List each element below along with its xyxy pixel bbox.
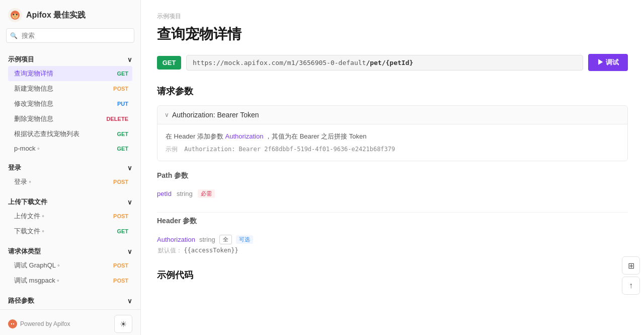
header-param-name: Authorization — [157, 236, 195, 243]
header-param-row: Authorization string 全 可选 默认值： {{accessT… — [157, 231, 628, 259]
auth-link: Authorization — [225, 132, 264, 140]
try-button[interactable]: ▶ 调试 — [588, 54, 628, 71]
grid-button[interactable]: ⊞ — [622, 256, 640, 275]
auth-group-header[interactable]: ∨ Authorization: Bearer Token — [157, 106, 627, 124]
url-prefix: https://mock.apifox.com/m1/3656905-0-def… — [193, 59, 366, 66]
svg-point-5 — [8, 319, 17, 328]
chevron-down-icon: ∨ — [127, 56, 132, 63]
sidebar-item-update-pet[interactable]: 修改宠物信息 PUT — [8, 96, 132, 111]
path-param-row: petId string 必需 — [157, 185, 628, 202]
header-param-type: string — [199, 236, 215, 243]
svg-point-6 — [11, 323, 12, 324]
chevron-down-icon: ∨ — [165, 111, 169, 118]
auth-info-text: 在 Header 添加参数 Authorization ，其值为在 Bearer… — [166, 131, 619, 142]
param-required-badge: 必需 — [198, 189, 215, 198]
app-logo — [8, 8, 22, 22]
section-login: 登录 ∨ 登录 ◦ POST — [0, 157, 140, 191]
example-code-title: 示例代码 — [157, 269, 628, 281]
section-login-header[interactable]: 登录 ∨ — [8, 161, 132, 174]
auth-group-title: Authorization: Bearer Token — [172, 111, 259, 119]
footer-logo-icon — [8, 319, 17, 328]
section-demo-header[interactable]: 示例项目 ∨ — [8, 53, 132, 66]
sun-icon: ☀ — [120, 319, 127, 329]
default-value: {{accessToken}} — [184, 247, 238, 254]
sidebar-item-delete-pet[interactable]: 删除宠物信息 DELETE — [8, 111, 132, 126]
request-params-title: 请求参数 — [157, 85, 628, 97]
up-arrow-icon: ↑ — [629, 281, 633, 290]
search-input[interactable] — [6, 28, 134, 43]
footer-powered-by: Powered by Apifox — [8, 319, 70, 328]
path-params-section: Path 参数 petId string 必需 — [157, 171, 628, 202]
sidebar-item-graphql[interactable]: 调试 GraphQL ◦ POST — [8, 258, 132, 273]
theme-toggle-button[interactable]: ☀ — [114, 315, 132, 333]
svg-point-7 — [13, 323, 14, 324]
section-demo: 示例项目 ∨ 查询宠物详情 GET 新建宠物信息 POST 修改宠物信息 PUT… — [0, 49, 140, 157]
sidebar-item-p-mock[interactable]: p-mock ◦ GET — [8, 142, 132, 155]
header-params-section: Header 参数 Authorization string 全 可选 默认值：… — [157, 217, 628, 259]
svg-point-3 — [13, 14, 15, 16]
path-params-title: Path 参数 — [157, 171, 628, 180]
auth-group-body: 在 Header 添加参数 Authorization ，其值为在 Bearer… — [157, 124, 627, 161]
sidebar-item-upload-file[interactable]: 上传文件 ◦ POST — [8, 209, 132, 224]
chevron-down-icon: ∨ — [127, 248, 132, 255]
header-param-row-top: Authorization string 全 可选 — [157, 235, 628, 244]
header-param-default: 默认值： {{accessToken}} — [158, 246, 628, 255]
sidebar-item-query-pet[interactable]: 查询宠物详情 GET — [8, 66, 132, 81]
breadcrumb: 示例项目 — [157, 12, 628, 21]
app-header: Apifox 最佳实践 — [0, 0, 140, 28]
section-path-params-header[interactable]: 路径参数 ∨ — [8, 294, 132, 307]
section-file-header[interactable]: 上传下载文件 ∨ — [8, 195, 132, 209]
url-suffix: /pet/{petId} — [366, 59, 413, 66]
section-file: 上传下载文件 ∨ 上传文件 ◦ POST 下载文件 ◦ GET — [0, 191, 140, 241]
search-container: 🔍 — [6, 28, 134, 43]
divider — [157, 212, 628, 213]
sidebar-item-login[interactable]: 登录 ◦ POST — [8, 174, 132, 189]
sidebar-footer: Powered by Apifox ☀ — [0, 309, 140, 335]
endpoint-method-badge: GET — [157, 56, 181, 70]
auth-param-group: ∨ Authorization: Bearer Token 在 Header 添… — [157, 105, 628, 161]
section-body-type-header[interactable]: 请求体类型 ∨ — [8, 245, 132, 258]
param-name-petid: petId — [157, 190, 172, 197]
sidebar: Apifox 最佳实践 🔍 示例项目 ∨ 查询宠物详情 GET 新建宠物信息 P… — [0, 0, 141, 335]
grid-icon: ⊞ — [628, 261, 634, 271]
header-params-title: Header 参数 — [157, 217, 628, 226]
auth-example: 示例 Authorization: Bearer 2f68dbbf-519d-4… — [166, 145, 619, 154]
chevron-down-icon: ∨ — [127, 297, 132, 305]
endpoint-bar: GET https://mock.apifox.com/m1/3656905-0… — [157, 54, 628, 71]
section-path-params: 路径参数 ∨ — [0, 290, 140, 309]
endpoint-url: https://mock.apifox.com/m1/3656905-0-def… — [186, 55, 583, 71]
chevron-down-icon: ∨ — [127, 164, 132, 172]
svg-point-4 — [16, 14, 18, 16]
optional-badge: 可选 — [236, 235, 253, 244]
section-body-type: 请求体类型 ∨ 调试 GraphQL ◦ POST 调试 msgpack ◦ P… — [0, 241, 140, 290]
all-badge: 全 — [219, 235, 232, 244]
sidebar-item-create-pet[interactable]: 新建宠物信息 POST — [8, 81, 132, 96]
chevron-down-icon: ∨ — [127, 198, 132, 206]
page-title: 查询宠物详情 — [157, 25, 628, 44]
main-content: 示例项目 查询宠物详情 GET https://mock.apifox.com/… — [141, 0, 644, 335]
scroll-top-button[interactable]: ↑ — [622, 277, 640, 295]
search-icon: 🔍 — [10, 32, 18, 39]
param-type-petid: string — [177, 190, 193, 197]
app-title: Apifox 最佳实践 — [26, 10, 86, 21]
sidebar-item-list-pet[interactable]: 根据状态查找宠物列表 GET — [8, 126, 132, 142]
sidebar-item-download-file[interactable]: 下载文件 ◦ GET — [8, 224, 132, 239]
sidebar-item-msgpack[interactable]: 调试 msgpack ◦ POST — [8, 273, 132, 288]
right-tools: ⊞ ↑ — [622, 256, 640, 295]
